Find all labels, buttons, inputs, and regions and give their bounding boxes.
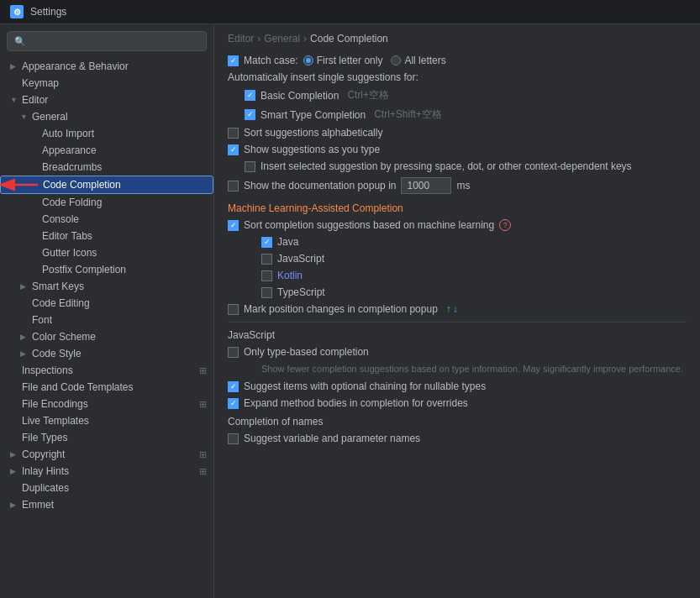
- basic-completion-shortcut: Ctrl+空格: [347, 88, 389, 102]
- sidebar-item-inspections[interactable]: Inspections ⊞: [0, 362, 213, 379]
- expand-method-label: Expand method bodies in completion for o…: [244, 397, 468, 409]
- typescript-row: TypeScript: [228, 286, 687, 298]
- insert-selected-checkbox[interactable]: [245, 161, 255, 172]
- sidebar-item-file-encodings[interactable]: File Encodings ⊞: [0, 396, 213, 412]
- match-case-radio-group: First letter only All letters: [303, 55, 446, 66]
- sort-ml-checkbox[interactable]: [228, 220, 239, 231]
- sidebar-item-file-types[interactable]: File Types: [0, 429, 213, 446]
- ml-section-label: Machine Learning-Assisted Completion: [228, 202, 687, 214]
- file-encodings-icon: ⊞: [199, 399, 207, 410]
- auto-insert-label: Automatically insert single suggestions …: [228, 71, 418, 83]
- search-box[interactable]: 🔍: [7, 31, 207, 51]
- show-as-you-type-checkbox[interactable]: [228, 144, 239, 155]
- sidebar-item-color-scheme[interactable]: ▶ Color Scheme: [0, 328, 213, 345]
- typescript-checkbox[interactable]: [261, 287, 272, 298]
- completion-names-label: Completion of names: [228, 416, 687, 428]
- right-panel: Editor › General › Code Completion Match…: [214, 24, 700, 598]
- window-title: Settings: [30, 6, 66, 18]
- only-type-based-checkbox[interactable]: [228, 347, 239, 358]
- basic-completion-label: Basic Completion: [261, 90, 339, 102]
- suggest-variable-checkbox[interactable]: [228, 433, 239, 444]
- inspections-icon: ⊞: [199, 365, 207, 376]
- java-label: Java: [277, 236, 298, 248]
- sidebar-item-code-style[interactable]: ▶ Code Style: [0, 345, 213, 362]
- javascript-label: JavaScript: [277, 253, 324, 265]
- sidebar-item-general[interactable]: ▼ General: [0, 108, 213, 125]
- sidebar-item-keymap[interactable]: Keymap: [0, 75, 213, 92]
- auto-insert-label-row: Automatically insert single suggestions …: [228, 71, 687, 83]
- insert-selected-row: Insert selected suggestion by pressing s…: [228, 160, 687, 172]
- suggest-chaining-row: Suggest items with optional chaining for…: [228, 380, 687, 392]
- expand-method-checkbox[interactable]: [228, 398, 239, 409]
- suggest-variable-row: Suggest variable and parameter names: [228, 433, 687, 444]
- only-type-based-label: Only type-based completion: [244, 346, 369, 358]
- radio-all-letters[interactable]: All letters: [391, 55, 445, 66]
- sidebar-item-postfix-completion[interactable]: Postfix Completion: [0, 261, 213, 278]
- expand-arrow: ▶: [10, 62, 18, 71]
- radio-first-letter[interactable]: First letter only: [303, 55, 383, 66]
- sidebar-item-code-editing[interactable]: Code Editing: [0, 295, 213, 312]
- javascript-checkbox[interactable]: [261, 254, 272, 265]
- sidebar-item-copyright[interactable]: ▶ Copyright ⊞: [0, 446, 213, 463]
- smart-type-completion-label: Smart Type Completion: [261, 109, 366, 121]
- sidebar-item-breadcrumbs[interactable]: Breadcrumbs: [0, 159, 213, 176]
- suggest-chaining-checkbox[interactable]: [228, 381, 239, 392]
- panel-content: Match case: First letter only All letter…: [214, 51, 700, 598]
- sidebar-item-auto-import[interactable]: Auto Import: [0, 125, 213, 142]
- basic-completion-row: Basic Completion Ctrl+空格: [228, 88, 687, 102]
- sidebar-item-smart-keys[interactable]: ▶ Smart Keys: [0, 278, 213, 295]
- up-arrow-icon: ↑: [446, 303, 451, 315]
- kotlin-row: Kotlin: [228, 270, 687, 281]
- only-type-based-description: Show fewer completion suggestions based …: [228, 363, 687, 375]
- smart-type-completion-row: Smart Type Completion Ctrl+Shift+空格: [228, 108, 687, 122]
- doc-popup-checkbox[interactable]: [228, 181, 239, 191]
- sidebar-item-code-folding[interactable]: Code Folding: [0, 194, 213, 211]
- kotlin-checkbox[interactable]: [261, 270, 272, 281]
- sidebar-item-file-code-templates[interactable]: File and Code Templates: [0, 379, 213, 396]
- sidebar-item-code-completion[interactable]: Code Completion: [0, 176, 213, 194]
- javascript-row: JavaScript: [228, 253, 687, 265]
- copyright-icon: ⊞: [199, 449, 207, 460]
- search-input[interactable]: [31, 35, 199, 47]
- breadcrumb: Editor › General › Code Completion: [214, 24, 700, 51]
- suggest-variable-label: Suggest variable and parameter names: [244, 433, 420, 444]
- inlay-hints-icon: ⊞: [199, 466, 207, 477]
- sidebar-item-duplicates[interactable]: Duplicates: [0, 480, 213, 496]
- mark-position-label: Mark position changes in completion popu…: [244, 303, 438, 315]
- suggest-chaining-label: Suggest items with optional chaining for…: [244, 380, 486, 392]
- section-divider: [228, 322, 687, 323]
- sidebar-item-editor-tabs[interactable]: Editor Tabs: [0, 228, 213, 244]
- sidebar-item-appearance[interactable]: Appearance: [0, 142, 213, 159]
- java-checkbox[interactable]: [261, 237, 272, 248]
- smart-type-completion-checkbox[interactable]: [245, 109, 255, 120]
- basic-completion-checkbox[interactable]: [245, 90, 255, 101]
- arrow-icons: ↑ ↓: [446, 303, 458, 315]
- match-case-row: Match case: First letter only All letter…: [228, 55, 687, 66]
- doc-popup-input[interactable]: [401, 177, 451, 194]
- insert-selected-label: Insert selected suggestion by pressing s…: [261, 160, 632, 172]
- mark-position-row: Mark position changes in completion popu…: [228, 303, 687, 315]
- search-icon: 🔍: [14, 36, 26, 47]
- expand-method-row: Expand method bodies in completion for o…: [228, 397, 687, 409]
- mark-position-checkbox[interactable]: [228, 304, 239, 315]
- ms-label: ms: [456, 180, 470, 191]
- sidebar-item-editor[interactable]: ▼ Editor: [0, 92, 213, 108]
- show-as-you-type-row: Show suggestions as you type: [228, 144, 687, 155]
- sidebar-item-font[interactable]: Font: [0, 312, 213, 328]
- smart-type-shortcut: Ctrl+Shift+空格: [374, 108, 442, 122]
- sort-ml-row: Sort completion suggestions based on mac…: [228, 219, 687, 231]
- show-as-you-type-label: Show suggestions as you type: [244, 144, 380, 155]
- sort-alphabetically-checkbox[interactable]: [228, 128, 239, 139]
- main-content: 🔍 ▶ Appearance & Behavior Keymap ▼ Edito…: [0, 24, 700, 598]
- sidebar-item-appearance-behavior[interactable]: ▶ Appearance & Behavior: [0, 58, 213, 75]
- sidebar-item-gutter-icons[interactable]: Gutter Icons: [0, 244, 213, 261]
- help-icon[interactable]: ?: [499, 219, 511, 231]
- sidebar-item-inlay-hints[interactable]: ▶ Inlay Hints ⊞: [0, 463, 213, 480]
- sidebar-item-live-templates[interactable]: Live Templates: [0, 412, 213, 429]
- app-icon: ⚙: [10, 5, 24, 18]
- down-arrow-icon: ↓: [453, 303, 458, 315]
- sort-alphabetically-row: Sort suggestions alphabetically: [228, 127, 687, 139]
- match-case-checkbox[interactable]: [228, 55, 239, 66]
- sidebar-item-emmet[interactable]: ▶ Emmet: [0, 496, 213, 513]
- sidebar-item-console[interactable]: Console: [0, 211, 213, 228]
